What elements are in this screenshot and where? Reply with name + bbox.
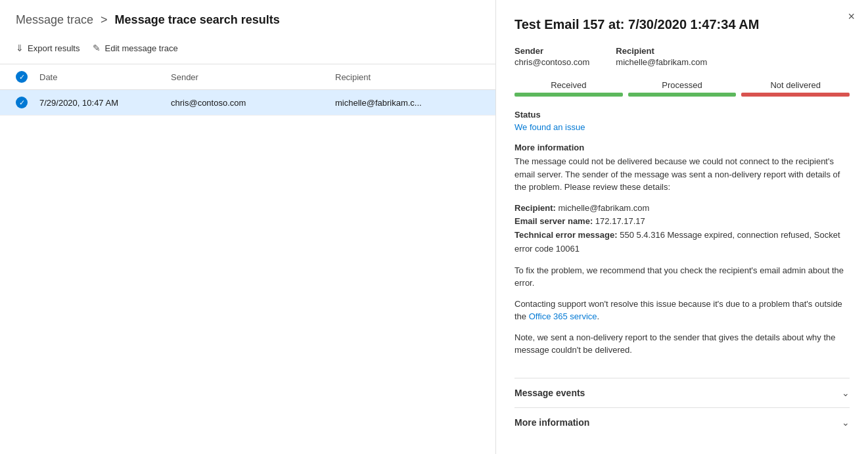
row-recipient: michelle@fabrikam.c...: [335, 98, 480, 108]
detail-recipient-line: Recipient: michelle@fabrikam.com: [514, 202, 850, 216]
breadcrumb-separator: >: [101, 13, 108, 26]
row-check-icon: ✓: [16, 97, 28, 108]
panel-title: Test Email 157 at: 7/30/2020 1:47:34 AM: [514, 16, 850, 33]
recipient-value: michelle@fabrikam.com: [616, 57, 707, 67]
col-date-header: Date: [39, 72, 171, 82]
col-check-header: ✓: [16, 71, 39, 83]
export-icon: ⇓: [16, 43, 24, 53]
detail-error-key: Technical error message:: [514, 230, 618, 240]
status-label: Status: [514, 110, 850, 120]
support-text-part2: .: [597, 311, 600, 321]
detail-server-value: 172.17.17.17: [595, 216, 645, 226]
status-section: Status We found an issue: [514, 110, 850, 132]
breadcrumb-area: Message trace > Message trace search res…: [0, 0, 495, 35]
office365-link[interactable]: Office 365 service: [529, 311, 597, 321]
select-all-icon[interactable]: ✓: [16, 71, 28, 83]
export-results-button[interactable]: ⇓ Export results: [16, 40, 80, 56]
row-check: ✓: [16, 97, 39, 108]
message-events-label: Message events: [514, 388, 585, 398]
col-sender-header: Sender: [171, 72, 335, 82]
step-processed-bar: [628, 93, 737, 97]
step-not-delivered-bar: [741, 93, 850, 97]
step-received: Received: [514, 80, 623, 97]
more-information-chevron-icon: ⌄: [842, 417, 850, 428]
message-events-chevron-icon: ⌄: [842, 388, 850, 398]
table-header: ✓ Date Sender Recipient: [0, 64, 495, 90]
fix-text: To fix the problem, we recommend that yo…: [514, 264, 850, 290]
message-events-section[interactable]: Message events ⌄: [514, 378, 850, 407]
close-button[interactable]: ×: [848, 11, 855, 22]
sender-recipient-row: Sender chris@contoso.com Recipient miche…: [514, 46, 850, 67]
sender-value: chris@contoso.com: [514, 57, 589, 67]
toolbar: ⇓ Export results ✎ Edit message trace: [0, 35, 495, 64]
more-info-label: More information: [514, 143, 850, 152]
right-panel: × Test Email 157 at: 7/30/2020 1:47:34 A…: [496, 0, 868, 454]
recipient-block: Recipient michelle@fabrikam.com: [616, 46, 707, 67]
support-text: Contacting support won't resolve this is…: [514, 298, 850, 323]
step-not-delivered: Not delivered: [741, 80, 850, 97]
col-recipient-header: Recipient: [335, 72, 480, 82]
more-information-label: More information: [514, 417, 589, 428]
step-not-delivered-label: Not delivered: [770, 80, 821, 90]
sender-label: Sender: [514, 46, 589, 56]
step-received-bar: [514, 93, 623, 97]
breadcrumb-current: Message trace search results: [115, 13, 280, 26]
breadcrumb: Message trace > Message trace search res…: [16, 13, 480, 27]
detail-recipient-key: Recipient:: [514, 203, 556, 213]
export-label: Export results: [28, 43, 80, 53]
recipient-label: Recipient: [616, 46, 707, 56]
breadcrumb-parent[interactable]: Message trace: [16, 13, 93, 26]
table-row[interactable]: ✓ 7/29/2020, 10:47 AM chris@contoso.com …: [0, 90, 495, 116]
table-area: ✓ Date Sender Recipient ✓ 7/29/2020, 10:…: [0, 64, 495, 454]
row-date: 7/29/2020, 10:47 AM: [39, 98, 171, 108]
detail-server-key: Email server name:: [514, 216, 593, 226]
row-sender: chris@contoso.com: [171, 98, 335, 108]
detail-server-line: Email server name: 172.17.17.17: [514, 215, 850, 229]
step-processed: Processed: [628, 80, 737, 97]
note-text: Note, we sent a non-delivery report to t…: [514, 331, 850, 357]
sender-block: Sender chris@contoso.com: [514, 46, 589, 67]
left-panel: Message trace > Message trace search res…: [0, 0, 496, 454]
step-received-label: Received: [551, 80, 586, 90]
step-processed-label: Processed: [662, 80, 702, 90]
edit-message-trace-button[interactable]: ✎ Edit message trace: [93, 40, 177, 56]
more-info-section: More information The message could not b…: [514, 143, 850, 365]
more-info-text: The message could not be delivered becau…: [514, 155, 850, 194]
steps-container: Received Processed Not delivered: [514, 80, 850, 97]
edit-icon: ✎: [93, 43, 101, 53]
edit-label: Edit message trace: [104, 43, 177, 53]
detail-error-line: Technical error message: 550 5.4.316 Mes…: [514, 229, 850, 256]
more-information-section[interactable]: More information ⌄: [514, 407, 850, 437]
detail-recipient-value: michelle@fabrikam.com: [558, 203, 649, 213]
status-value: We found an issue: [514, 122, 850, 132]
